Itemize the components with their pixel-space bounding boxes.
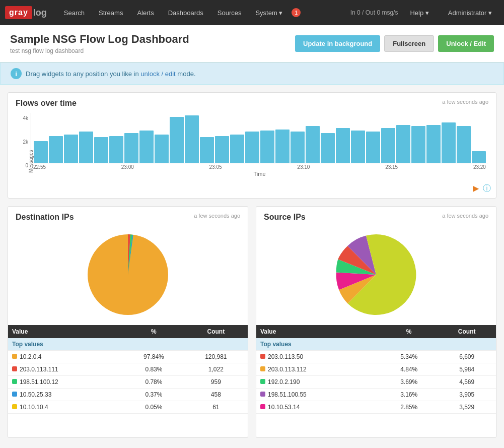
y-label-2k: 2k [16,139,28,145]
flows-chart-time: a few seconds ago [442,99,488,105]
source-widget-header: Source IPs a few seconds ago [256,207,496,224]
bar [109,136,123,163]
bar [411,126,425,163]
dest-col-count: Count [184,325,248,338]
bar [139,131,154,163]
nav-system[interactable]: System ▾ [248,0,290,25]
source-count-cell: 4,569 [438,376,496,389]
table-row: 198.51.100.12 0.78% 959 [8,376,248,389]
unlock-edit-button[interactable]: Unlock / Edit [438,35,494,52]
dest-group-row: Top values [8,338,248,351]
info-text: Drag widgets to any position you like in… [26,70,196,78]
color-dot [12,366,17,371]
x-label-3: 23:10 [297,164,310,170]
nav-help[interactable]: Help ▾ [403,0,436,25]
dest-pie-area [8,224,248,325]
x-label-2: 23:05 [209,164,222,170]
dest-scroll[interactable]: Value % Count Top values 10.2.0.4 97.84% [8,224,248,437]
source-pct-cell: 3.69% [380,376,438,389]
bar [79,132,93,163]
logo-text: log [33,8,47,18]
dashboard-content: Flows over time a few seconds ago 4k 2k … [0,85,504,445]
play-icon[interactable]: ▶ [473,183,479,194]
bar [336,128,350,163]
source-pct-cell: 5.34% [380,351,438,363]
dest-pct-cell: 0.05% [123,401,184,414]
source-col-pct: % [380,325,438,338]
source-ips-col: Source IPs a few seconds ago [256,206,496,438]
table-row: 10.10.53.14 2.85% 3,529 [256,401,496,414]
dest-count-cell: 959 [184,376,248,389]
bar [291,132,305,163]
bar [472,151,486,163]
source-count-cell: 3,905 [438,389,496,401]
nav-search[interactable]: Search [57,0,92,25]
logo[interactable]: graylog [5,6,47,19]
table-row: 192.0.2.190 3.69% 4,569 [256,376,496,389]
bar [396,125,410,163]
y-label-4k: 4k [16,115,28,121]
source-value-cell: 198.51.100.55 [256,389,380,401]
dest-ips-table: Value % Count Top values 10.2.0.4 97.84% [8,325,248,414]
bar [306,126,320,163]
bar [170,117,184,163]
dest-widget-header: Destination IPs a few seconds ago [8,207,248,224]
bar [230,135,244,163]
nav-user[interactable]: Administrator ▾ [441,0,499,25]
flows-over-time-widget: Flows over time a few seconds ago 4k 2k … [8,92,496,199]
unlock-edit-link[interactable]: unlock / edit [140,70,175,78]
header-actions: Update in background Fullscreen Unlock /… [295,35,494,52]
color-dot [12,379,17,384]
source-value-cell: 203.0.113.50 [256,351,380,363]
y-label-0: 0 [16,163,28,168]
nav-sources[interactable]: Sources [210,0,249,25]
x-label-0: 22:55 [33,164,46,170]
nav-dashboards[interactable]: Dashboards [161,0,210,25]
dest-value-cell: 198.51.100.12 [8,376,123,389]
bar [185,115,199,163]
dest-pct-cell: 0.37% [123,389,184,401]
dest-value-cell: 10.50.25.33 [8,389,123,401]
dest-ips-widget: Destination IPs a few seconds ago [8,206,248,438]
bar [64,135,78,163]
x-label-5: 23:20 [473,164,486,170]
bar [457,126,471,163]
flows-chart-title: Flows over time [16,99,77,108]
color-dot [12,392,17,397]
source-col-value: Value [256,325,380,338]
nav-links: Search Streams Alerts Dashboards Sources… [57,0,350,25]
fullscreen-button[interactable]: Fullscreen [384,35,434,52]
color-dot [260,354,265,359]
bar [200,137,214,163]
dest-count-cell: 458 [184,389,248,401]
source-group-row: Top values [256,338,496,351]
nav-streams[interactable]: Streams [92,0,130,25]
nav-alerts[interactable]: Alerts [130,0,161,25]
bar [351,131,365,163]
source-pie-area [256,224,496,325]
page-header: Sample NSG Flow Log Dashboard test nsg f… [0,25,504,62]
dest-ips-time: a few seconds ago [194,213,240,219]
table-row: 10.50.25.33 0.37% 458 [8,389,248,401]
nav-stats: In 0 / Out 0 msg/s [350,9,398,16]
info-circle-icon[interactable]: ⓘ [483,183,491,194]
dest-value-cell: 10.10.10.4 [8,401,123,414]
widget-footer: ▶ ⓘ [8,181,496,198]
bar [215,136,229,163]
source-ips-title: Source IPs [264,213,306,222]
bar-chart [31,113,488,163]
bar [94,137,108,163]
bar [155,135,169,163]
color-dot [260,379,265,384]
table-row: 203.0.113.111 0.83% 1,022 [8,363,248,376]
bar [124,133,138,163]
nav-right: In 0 / Out 0 msg/s Help ▾ Administrator … [350,0,499,25]
source-pct-cell: 4.84% [380,363,438,376]
update-background-button[interactable]: Update in background [295,35,380,52]
x-axis-labels: 22:55 23:00 23:05 23:10 23:15 23:20 [31,163,488,171]
dest-ips-col: Destination IPs a few seconds ago [8,206,248,438]
dest-value-cell: 10.2.0.4 [8,351,123,363]
source-scroll[interactable]: Value % Count Top values 203.0.113.50 5. [256,224,496,437]
source-count-cell: 3,529 [438,401,496,414]
bar [275,130,290,163]
